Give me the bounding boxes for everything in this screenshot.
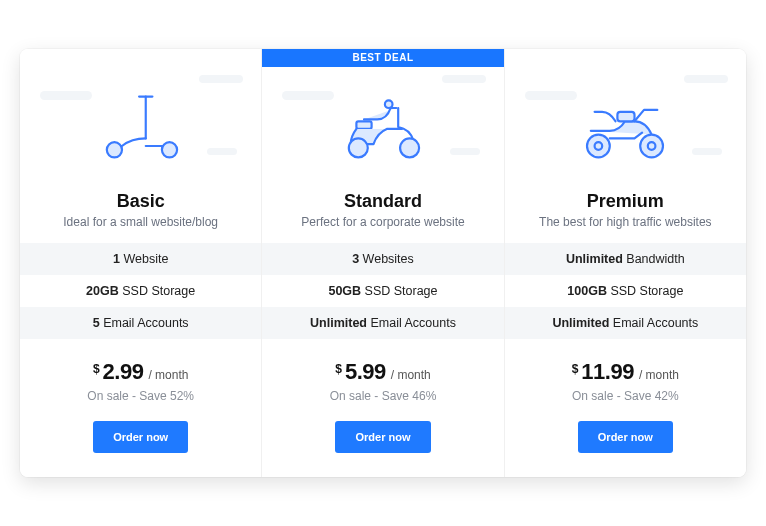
plan-illustration xyxy=(20,67,261,187)
pricing-table: BEST DEAL Basic Ideal for a small websit… xyxy=(20,49,746,477)
price-block: $ 11.99 / month On sale - Save 42% xyxy=(505,339,746,411)
price-amount: 2.99 xyxy=(103,359,144,385)
plan-premium: BEST DEAL Premium The best for high xyxy=(504,49,746,477)
sale-text: On sale - Save 46% xyxy=(272,389,493,403)
price-block: $ 2.99 / month On sale - Save 52% xyxy=(20,339,261,411)
svg-point-6 xyxy=(349,138,368,157)
feature-item: 20GB SSD Storage xyxy=(20,275,261,307)
plan-subtitle: Perfect for a corporate website xyxy=(274,215,491,229)
price-amount: 5.99 xyxy=(345,359,386,385)
feature-list: 1 Website 20GB SSD Storage 5 Email Accou… xyxy=(20,243,261,339)
sale-text: On sale - Save 52% xyxy=(30,389,251,403)
svg-point-8 xyxy=(385,100,393,108)
feature-item: 5 Email Accounts xyxy=(20,307,261,339)
feature-item: 3 Websites xyxy=(262,243,503,275)
svg-point-7 xyxy=(400,138,419,157)
feature-item: Unlimited Bandwidth xyxy=(505,243,746,275)
feature-item: 100GB SSD Storage xyxy=(505,275,746,307)
price-block: $ 5.99 / month On sale - Save 46% xyxy=(262,339,503,411)
svg-point-4 xyxy=(162,142,177,157)
svg-rect-9 xyxy=(618,112,635,122)
price-amount: 11.99 xyxy=(581,359,634,385)
svg-point-10 xyxy=(587,135,610,158)
plan-illustration xyxy=(262,67,503,187)
best-deal-badge: BEST DEAL xyxy=(262,49,503,67)
plan-subtitle: Ideal for a small website/blog xyxy=(32,215,249,229)
currency: $ xyxy=(335,362,342,376)
plan-illustration xyxy=(505,67,746,187)
moped-icon xyxy=(335,89,431,165)
price-period: / month xyxy=(148,368,188,382)
scooter-icon xyxy=(93,89,189,165)
plan-basic: BEST DEAL Basic Ideal for a small websit… xyxy=(20,49,261,477)
price-period: / month xyxy=(639,368,679,382)
feature-list: 3 Websites 50GB SSD Storage Unlimited Em… xyxy=(262,243,503,339)
currency: $ xyxy=(93,362,100,376)
order-button[interactable]: Order now xyxy=(578,421,673,453)
plan-subtitle: The best for high traffic websites xyxy=(517,215,734,229)
order-button[interactable]: Order now xyxy=(93,421,188,453)
plan-name: Standard xyxy=(274,191,491,212)
svg-rect-5 xyxy=(356,121,371,129)
sale-text: On sale - Save 42% xyxy=(515,389,736,403)
feature-item: Unlimited Email Accounts xyxy=(505,307,746,339)
motorcycle-icon xyxy=(577,89,673,165)
plan-name: Premium xyxy=(517,191,734,212)
svg-point-11 xyxy=(641,135,664,158)
feature-item: 1 Website xyxy=(20,243,261,275)
currency: $ xyxy=(572,362,579,376)
feature-item: 50GB SSD Storage xyxy=(262,275,503,307)
plan-name: Basic xyxy=(32,191,249,212)
plan-standard: BEST DEAL Standard Perfect for a corpora… xyxy=(261,49,503,477)
price-period: / month xyxy=(391,368,431,382)
order-button[interactable]: Order now xyxy=(335,421,430,453)
feature-item: Unlimited Email Accounts xyxy=(262,307,503,339)
svg-point-3 xyxy=(106,142,121,157)
feature-list: Unlimited Bandwidth 100GB SSD Storage Un… xyxy=(505,243,746,339)
